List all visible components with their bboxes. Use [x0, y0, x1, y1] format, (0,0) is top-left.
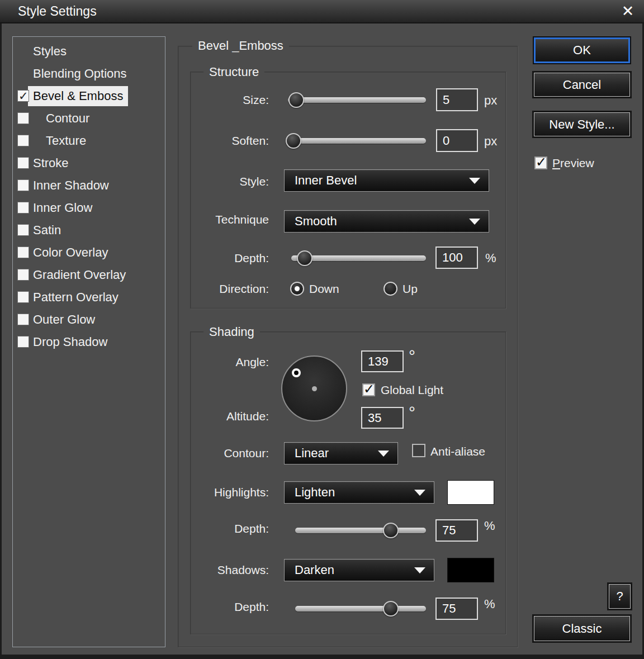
sidebar-item-satin[interactable]: Satin [13, 220, 165, 240]
highlight-depth-slider[interactable] [295, 523, 426, 538]
sidebar-item-label: Texture [41, 131, 91, 151]
size-slider-thumb[interactable] [288, 92, 304, 108]
shadow-depth-slider[interactable] [295, 601, 426, 617]
sidebar-item-drop-shadow[interactable]: Drop Shadow [13, 332, 165, 352]
angle-dial[interactable] [281, 355, 347, 421]
chevron-down-icon [378, 451, 389, 457]
dial-angle-indicator[interactable] [292, 368, 301, 377]
sidebar-item-label: Inner Shadow [28, 176, 114, 196]
shadows-dropdown-value: Darken [295, 563, 334, 577]
depth-unit: % [485, 251, 496, 266]
ok-button[interactable]: OK [534, 37, 630, 63]
angle-input[interactable] [361, 350, 404, 372]
sidebar-item-checkbox[interactable] [17, 179, 29, 191]
sidebar-item-inner-glow[interactable]: Inner Glow [13, 198, 165, 218]
size-unit: px [484, 93, 497, 108]
depth-slider-thumb[interactable] [297, 250, 312, 266]
anti-alias-checkbox[interactable] [412, 444, 425, 457]
highlights-label: Highlights: [157, 485, 269, 500]
sidebar-item-checkbox[interactable] [17, 157, 29, 169]
sidebar-item-checkbox[interactable] [17, 291, 29, 303]
sidebar-item-checkbox[interactable] [17, 202, 29, 214]
titlebar: Style Settings ✕ [0, 0, 644, 23]
preview-checkbox[interactable] [534, 157, 547, 169]
soften-slider-thumb[interactable] [286, 133, 301, 149]
sidebar-item-checkbox[interactable] [17, 112, 29, 124]
sidebar-item-label: Color Overlay [28, 243, 113, 263]
shadow-depth-slider-thumb[interactable] [383, 601, 399, 617]
window-title: Style Settings [18, 4, 97, 19]
sidebar-item-checkbox[interactable] [17, 224, 29, 236]
sidebar-item-bevel-emboss[interactable]: Bevel & Emboss [13, 86, 165, 106]
direction-down-radio[interactable] [290, 282, 304, 296]
depth-label: Depth: [157, 251, 269, 266]
direction-up-radio[interactable] [383, 282, 397, 296]
shadow-depth-unit: % [484, 597, 495, 611]
sidebar-item-checkbox[interactable] [17, 90, 29, 102]
soften-unit: px [484, 134, 497, 149]
sidebar-item-contour[interactable]: Contour [13, 108, 165, 129]
highlights-dropdown[interactable]: Lighten [284, 481, 434, 504]
help-button[interactable]: ? [609, 584, 631, 609]
sidebar-item-checkbox[interactable] [17, 269, 29, 281]
global-light-checkbox[interactable] [362, 383, 375, 396]
sidebar-item-label: Drop Shadow [28, 332, 112, 352]
classic-button[interactable]: Classic [534, 616, 630, 641]
shadow-color-swatch[interactable] [447, 558, 494, 582]
soften-slider-track[interactable] [288, 138, 426, 144]
sidebar-list: StylesBlending OptionsBevel & EmbossCont… [12, 36, 165, 647]
depth-slider[interactable] [291, 250, 426, 266]
shadows-dropdown[interactable]: Darken [284, 559, 434, 581]
sidebar-item-checkbox[interactable] [17, 246, 29, 258]
sidebar-item-styles[interactable]: Styles [13, 41, 165, 61]
shadow-depth-slider-track[interactable] [295, 606, 426, 611]
sidebar-item-color-overlay[interactable]: Color Overlay [13, 243, 165, 263]
highlight-color-swatch[interactable] [447, 480, 494, 505]
depth-input[interactable] [435, 246, 478, 269]
highlight-depth-label: Depth: [157, 521, 269, 536]
direction-down-label: Down [309, 282, 339, 296]
technique-dropdown[interactable]: Smooth [284, 210, 489, 233]
sidebar-item-pattern-overlay[interactable]: Pattern Overlay [13, 287, 165, 307]
sidebar-item-label: Inner Glow [28, 198, 97, 218]
highlight-depth-slider-thumb[interactable] [383, 523, 399, 538]
sidebar-item-stroke[interactable]: Stroke [13, 153, 165, 173]
sidebar-item-outer-glow[interactable]: Outer Glow [13, 310, 165, 330]
highlight-depth-input[interactable] [435, 519, 478, 542]
cancel-button[interactable]: Cancel [534, 73, 630, 97]
sidebar-item-label: Bevel & Emboss [28, 86, 128, 106]
sidebar-item-checkbox[interactable] [17, 135, 29, 146]
new-style-button[interactable]: New Style... [534, 112, 630, 136]
highlight-depth-slider-track[interactable] [295, 528, 426, 533]
contour-dropdown-value: Linear [295, 446, 329, 461]
size-input[interactable] [436, 88, 478, 111]
soften-label: Soften: [157, 134, 269, 148]
sidebar-item-gradient-overlay[interactable]: Gradient Overlay [13, 265, 165, 285]
sidebar-item-blending-options[interactable]: Blending Options [13, 64, 165, 84]
sidebar-item-texture[interactable]: Texture [13, 131, 165, 151]
angle-unit: ° [409, 349, 415, 363]
contour-dropdown[interactable]: Linear [284, 442, 398, 464]
style-dropdown-value: Inner Bevel [295, 173, 357, 188]
direction-label: Direction: [157, 282, 269, 296]
chevron-down-icon [414, 567, 425, 573]
angle-label: Angle: [157, 355, 269, 369]
shadow-depth-input[interactable] [435, 598, 478, 620]
technique-label: Technique [157, 212, 269, 227]
global-light-label: Global Light [381, 383, 443, 397]
close-icon[interactable]: ✕ [617, 1, 638, 21]
sidebar-item-inner-shadow[interactable]: Inner Shadow [13, 176, 165, 196]
sidebar-item-checkbox[interactable] [17, 336, 29, 348]
altitude-input[interactable] [361, 407, 404, 429]
highlights-dropdown-value: Lighten [295, 485, 335, 500]
sidebar-item-label: Satin [28, 220, 66, 240]
size-slider[interactable] [288, 92, 426, 108]
direction-up-label: Up [402, 282, 418, 296]
style-dropdown[interactable]: Inner Bevel [284, 169, 489, 192]
soften-input[interactable] [436, 129, 478, 152]
sidebar-item-checkbox[interactable] [17, 314, 29, 325]
style-label: Style: [157, 174, 269, 189]
sidebar-item-label: Gradient Overlay [28, 265, 131, 285]
soften-slider[interactable] [288, 133, 426, 149]
size-slider-track[interactable] [288, 97, 426, 103]
